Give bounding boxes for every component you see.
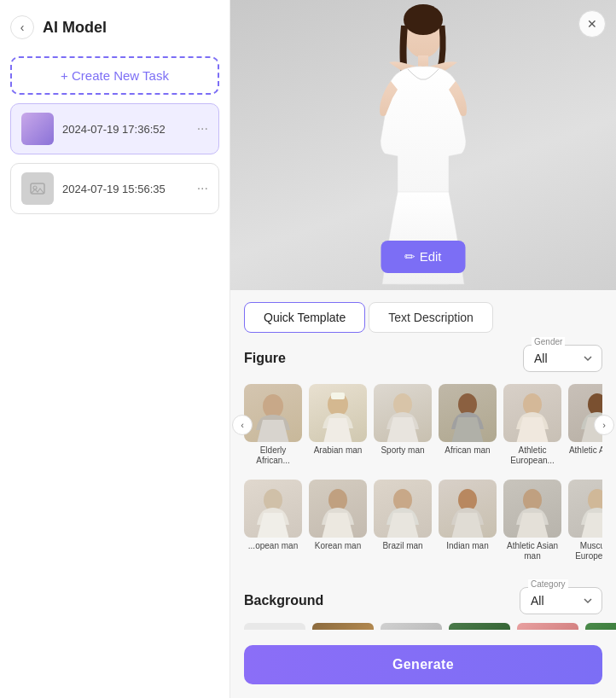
task-date: 2024-07-19 17:36:52 (62, 123, 189, 136)
task-thumbnail (21, 113, 54, 145)
task-options-button[interactable]: ··· (197, 181, 208, 196)
figure-section-title: Figure (244, 351, 286, 366)
model-image (568, 384, 602, 442)
gender-filter-wrap: Gender All Male Female (523, 345, 602, 372)
gender-filter-select[interactable]: All Male Female (523, 345, 602, 372)
generate-button[interactable]: Generate (244, 645, 602, 684)
svg-rect-7 (331, 393, 345, 399)
tab-text-description[interactable]: Text Description (369, 302, 493, 333)
main-content: ✏ Edit ✕ Quick Template Text Description… (230, 0, 616, 698)
model-image (244, 480, 302, 538)
model-image (309, 480, 367, 538)
category-filter-select[interactable]: All Indoor Outdoor (520, 587, 602, 614)
sidebar-header: ‹ AI Model (10, 10, 219, 48)
model-label: Brazil man (382, 541, 422, 551)
model-label: ...opean man (248, 541, 298, 551)
model-label: African man (445, 445, 490, 456)
model-carousel-row1: ‹ Elderly African... Arabian man (230, 381, 616, 469)
task-thumbnail (21, 172, 54, 205)
model-card[interactable]: Athletic Asian man (503, 480, 561, 561)
figure-section-header: Figure Gender All Male Female (244, 345, 602, 372)
model-image (309, 384, 367, 442)
model-card[interactable]: Sporty man (374, 384, 432, 466)
svg-point-5 (263, 394, 283, 418)
svg-point-17 (588, 489, 602, 511)
model-label: Arabian man (314, 445, 363, 456)
task-item[interactable]: 2024-07-19 17:36:52 ··· (10, 103, 219, 154)
category-filter-wrap: Category All Indoor Outdoor (520, 587, 602, 614)
model-label: Sporty man (381, 445, 424, 456)
model-image (439, 480, 497, 538)
background-thumb[interactable] (381, 623, 442, 630)
model-card[interactable]: Indian man (439, 480, 497, 561)
tabs-bar: Quick Template Text Description (230, 290, 616, 333)
model-card[interactable]: Elderly African... (244, 384, 302, 466)
carousel-next-button[interactable]: › (594, 415, 614, 435)
sidebar: ‹ AI Model + Create New Task 2024-07-19 … (0, 0, 230, 698)
model-label: Athletic Asian man (503, 541, 561, 561)
back-button[interactable]: ‹ (10, 15, 34, 39)
tab-quick-template[interactable]: Quick Template (244, 302, 365, 333)
model-label: Athletic European... (503, 445, 561, 466)
model-label: Muscular European... (568, 541, 602, 561)
close-button[interactable]: ✕ (578, 10, 606, 38)
model-label: Elderly African... (244, 445, 302, 466)
model-image (244, 384, 302, 442)
background-thumb[interactable] (585, 623, 616, 630)
background-thumb[interactable] (244, 623, 305, 630)
model-label: Indian man (446, 541, 488, 551)
model-card[interactable]: Muscular European... (568, 480, 602, 561)
model-card[interactable]: ...opean man (244, 480, 302, 561)
model-image (503, 384, 561, 442)
create-task-button[interactable]: + Create New Task (10, 56, 219, 95)
task-options-button[interactable]: ··· (197, 121, 208, 137)
svg-point-11 (588, 393, 602, 416)
model-image (503, 480, 561, 538)
model-label: Athletic African (569, 445, 602, 456)
background-section-title: Background (244, 593, 323, 608)
background-thumb[interactable] (449, 623, 510, 630)
task-date: 2024-07-19 15:56:35 (62, 183, 189, 195)
model-card[interactable]: African man (439, 384, 497, 466)
model-carousel: Elderly African... Arabian man Sport (244, 381, 602, 469)
task-item[interactable]: 2024-07-19 15:56:35 ··· (10, 163, 219, 214)
model-image (439, 384, 497, 442)
model-card[interactable]: Korean man (309, 480, 367, 561)
background-section-header: Background Category All Indoor Outdoor (244, 587, 602, 614)
background-section: Background Category All Indoor Outdoor (230, 575, 616, 623)
model-image (374, 384, 432, 442)
generate-bar: Generate (230, 637, 616, 698)
model-image (374, 480, 432, 538)
model-card[interactable]: Athletic European... (503, 384, 561, 466)
svg-point-3 (404, 4, 443, 35)
edit-button[interactable]: ✏ Edit (381, 241, 465, 273)
model-card[interactable]: Arabian man (309, 384, 367, 466)
model-image (568, 480, 602, 538)
figure-section: Figure Gender All Male Female (230, 333, 616, 381)
background-thumb[interactable] (312, 623, 374, 630)
model-carousel-2: ...opean man Korean man Brazil man (244, 476, 602, 565)
sidebar-title: AI Model (43, 19, 107, 37)
carousel-prev-button[interactable]: ‹ (232, 415, 253, 435)
background-thumb[interactable] (517, 623, 578, 630)
model-card[interactable]: Brazil man (374, 480, 432, 561)
image-preview: ✏ Edit ✕ (230, 0, 616, 290)
gender-filter-label: Gender (532, 337, 565, 346)
model-carousel-row2: ...opean man Korean man Brazil man (230, 476, 616, 565)
model-label: Korean man (315, 541, 361, 551)
category-filter-label: Category (528, 579, 568, 589)
background-thumbs (230, 623, 616, 630)
